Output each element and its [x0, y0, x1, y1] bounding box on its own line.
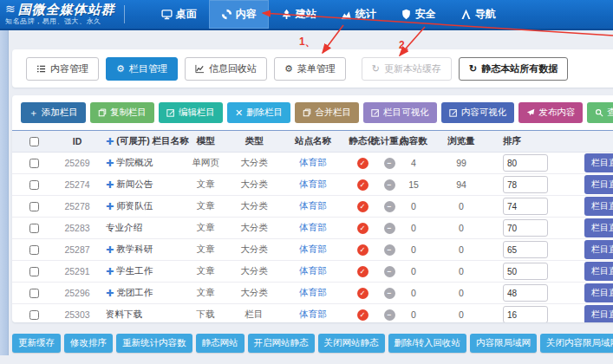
expand-plus-icon[interactable]: ✚ — [106, 265, 114, 276]
toolbar-tab-栏目管理[interactable]: ⚙栏目管理 — [106, 57, 178, 81]
row-checkbox[interactable] — [29, 180, 39, 190]
static-enabled-icon[interactable]: ✓ — [357, 266, 368, 277]
toolbar-button-静态本站所有数据[interactable]: ↻静态本站所有数据 — [459, 57, 568, 81]
batch-button-关闭内容限局域网[interactable]: 关闭内容限局域网 — [540, 334, 613, 353]
row-column-direct-button[interactable]: 栏目直达 — [584, 240, 613, 259]
column-name-text[interactable]: 师资队伍 — [116, 200, 153, 212]
action-button-发布内容[interactable]: 发布内容 — [518, 102, 583, 123]
row-column-direct-button[interactable]: 栏目直达 — [584, 283, 613, 302]
static-enabled-icon[interactable]: ✓ — [357, 179, 368, 191]
sort-input[interactable] — [503, 284, 548, 302]
select-all-checkbox[interactable] — [29, 137, 39, 146]
row-column-direct-button[interactable]: 栏目直达 — [584, 305, 613, 322]
nav-item-安全[interactable]: 安全 — [388, 0, 448, 29]
column-name-text[interactable]: 党团工作 — [116, 287, 153, 299]
row-checkbox[interactable] — [29, 289, 39, 298]
row-column-direct-button[interactable]: 栏目直达 — [584, 197, 613, 216]
toolbar-tab-菜单管理[interactable]: ⚙菜单管理 — [274, 57, 346, 81]
stat-focus-disabled-icon[interactable]: − — [384, 266, 395, 277]
stat-focus-disabled-icon[interactable]: − — [384, 179, 395, 191]
static-enabled-icon[interactable]: ✓ — [357, 201, 368, 212]
expand-plus-icon[interactable]: ✚ — [106, 287, 114, 298]
column-name-text[interactable]: 资料下载 — [106, 309, 142, 321]
stat-focus-disabled-icon[interactable]: − — [384, 201, 395, 212]
static-enabled-icon[interactable]: ✓ — [357, 288, 368, 299]
site-link[interactable]: 体育部 — [299, 222, 327, 234]
batch-button-关闭网站静态[interactable]: 关闭网站静态 — [318, 334, 385, 353]
toolbar-tab-内容管理[interactable]: 内容管理 — [26, 57, 99, 81]
static-enabled-icon[interactable]: ✓ — [357, 223, 368, 234]
expand-plus-icon[interactable]: ✚ — [106, 179, 114, 190]
nav-item-桌面[interactable]: 桌面 — [149, 0, 209, 29]
column-name-text[interactable]: 学生工作 — [116, 265, 153, 277]
stat-focus-disabled-icon[interactable]: − — [384, 309, 395, 321]
sort-input[interactable] — [503, 263, 548, 280]
nav-item-建站[interactable]: 建站 — [269, 0, 329, 29]
site-link[interactable]: 体育部 — [299, 179, 327, 191]
column-name-text[interactable]: 学院概况 — [116, 157, 153, 169]
action-button-栏目可视化[interactable]: 栏目可视化 — [363, 102, 437, 123]
nav-item-导航[interactable]: 导航 — [448, 0, 508, 29]
row-column-direct-button[interactable]: 栏目直达 — [584, 175, 613, 194]
column-name-text[interactable]: 专业介绍 — [106, 222, 142, 234]
row-checkbox[interactable] — [29, 202, 39, 211]
sort-input[interactable] — [503, 154, 548, 172]
row-checkbox[interactable] — [29, 245, 39, 255]
site-link[interactable]: 体育部 — [299, 265, 327, 277]
stat-focus-disabled-icon[interactable]: − — [384, 288, 395, 299]
site-link[interactable]: 体育部 — [299, 200, 327, 212]
action-button-label: 复制栏目 — [110, 107, 147, 119]
nav-item-内容[interactable]: 内容 — [209, 0, 269, 29]
site-link[interactable]: 体育部 — [299, 287, 327, 299]
action-button-删除栏目[interactable]: ✕删除栏目 — [227, 102, 290, 123]
sort-input[interactable] — [503, 219, 548, 237]
batch-button-开启网站静态[interactable]: 开启网站静态 — [248, 334, 315, 353]
views-count: 0 — [427, 201, 496, 211]
row-checkbox[interactable] — [29, 267, 39, 276]
action-button-复制栏目[interactable]: 复制栏目 — [90, 102, 154, 123]
column-name-text[interactable]: 教学科研 — [116, 244, 153, 256]
action-button-编辑栏目[interactable]: 编辑栏目 — [159, 102, 223, 123]
column-name-text[interactable]: 新闻公告 — [116, 179, 153, 191]
row-column-direct-button[interactable]: 栏目直达 — [584, 262, 613, 281]
expand-plus-icon[interactable]: ✚ — [106, 200, 114, 211]
batch-button-修改排序[interactable]: 修改排序 — [64, 334, 113, 353]
expand-plus-icon[interactable]: ✚ — [106, 157, 114, 168]
column-type: 大分类 — [229, 157, 279, 169]
nav-item-label: 统计 — [355, 7, 376, 22]
action-button-添加栏目[interactable]: ＋添加栏目 — [21, 102, 86, 123]
batch-button-更新缓存[interactable]: 更新缓存 — [12, 334, 61, 353]
stat-focus-disabled-icon[interactable]: − — [384, 223, 395, 234]
expand-plus-icon[interactable]: ✚ — [106, 244, 114, 255]
static-enabled-icon[interactable]: ✓ — [357, 309, 368, 321]
sort-input[interactable] — [503, 306, 548, 322]
batch-button-内容限局域网[interactable]: 内容限局域网 — [470, 334, 537, 353]
stat-focus-disabled-icon[interactable]: − — [384, 244, 395, 256]
sort-input[interactable] — [503, 176, 548, 193]
batch-button-静态网站[interactable]: 静态网站 — [196, 334, 245, 353]
static-enabled-icon[interactable]: ✓ — [357, 158, 368, 169]
row-checkbox[interactable] — [29, 224, 39, 233]
row-checkbox[interactable] — [29, 159, 39, 168]
toolbar-button-更新本站缓存[interactable]: ↻更新本站缓存 — [362, 57, 452, 81]
row-checkbox[interactable] — [29, 310, 39, 320]
action-button-合并栏目[interactable]: 合并栏目 — [295, 102, 359, 123]
static-enabled-icon[interactable]: ✓ — [357, 244, 368, 256]
sort-input[interactable] — [503, 241, 548, 258]
stat-focus-disabled-icon[interactable]: − — [384, 158, 395, 169]
site-link[interactable]: 体育部 — [299, 244, 327, 256]
action-button-查看动态[interactable]: 查看动态 — [587, 102, 613, 123]
row-column-direct-button[interactable]: 栏目直达 — [584, 218, 613, 237]
row-column-direct-button[interactable]: 栏目直达 — [584, 153, 613, 172]
edit-icon — [449, 108, 458, 117]
batch-button-删除/转入回收站[interactable]: 删除/转入回收站 — [388, 334, 466, 353]
col-header-views: 浏览量 — [427, 135, 496, 147]
toolbar-tab-信息回收站[interactable]: 信息回收站 — [185, 57, 267, 81]
site-link[interactable]: 体育部 — [299, 309, 327, 321]
nav-item-统计[interactable]: 统计 — [329, 0, 388, 29]
sort-input[interactable] — [503, 198, 548, 215]
batch-button-重新统计内容数[interactable]: 重新统计内容数 — [116, 334, 192, 353]
action-button-内容可视化[interactable]: 内容可视化 — [441, 102, 515, 123]
site-link[interactable]: 体育部 — [299, 157, 327, 169]
collapsed-sidebar-strip[interactable] — [0, 30, 9, 355]
